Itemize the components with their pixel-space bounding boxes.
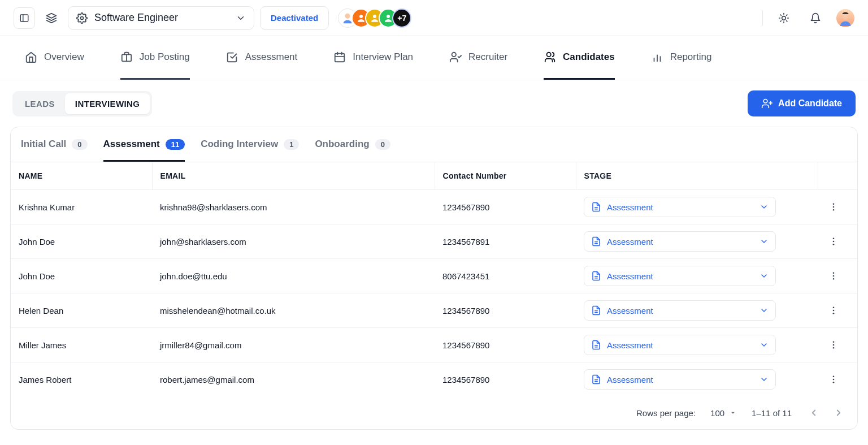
stage-value: Assessment [607, 202, 653, 212]
svg-line-10 [780, 15, 781, 15]
stage-value: Assessment [607, 271, 653, 281]
svg-point-58 [833, 379, 835, 381]
tab-label: Reporting [670, 51, 712, 63]
cell-name: John Doe [11, 224, 152, 259]
table-row: Krishna Kumar krishna98@sharklasers.com … [11, 190, 857, 224]
rows-per-page-select[interactable]: 100 [710, 408, 737, 418]
status-pill[interactable]: Deactivated [260, 6, 329, 30]
tab-overview[interactable]: Overview [25, 36, 84, 80]
cell-email: jrmiller84@gmail.com [152, 328, 435, 362]
tab-job-posting[interactable]: Job Posting [120, 36, 190, 80]
stage-tab-initial-call[interactable]: Initial Call 0 [21, 139, 88, 162]
stage-tab-count: 11 [166, 139, 185, 150]
job-selector[interactable]: Software Engineer [68, 6, 254, 30]
collaborator-avatars[interactable]: +7 [338, 8, 411, 28]
chevron-down-icon [760, 340, 769, 349]
svg-point-38 [833, 241, 835, 243]
row-actions-button[interactable] [826, 337, 841, 353]
svg-point-39 [833, 244, 835, 245]
chevron-down-icon [760, 375, 769, 384]
tab-assessment[interactable]: Assessment [226, 36, 298, 80]
check-square-icon [226, 51, 238, 63]
row-actions-button[interactable] [826, 303, 841, 318]
svg-point-47 [833, 306, 835, 308]
document-icon [591, 374, 601, 384]
tab-label: Overview [44, 51, 84, 63]
stage-select[interactable]: Assessment [584, 335, 776, 355]
svg-point-53 [833, 344, 835, 346]
stage-tab-coding-interview[interactable]: Coding Interview 1 [201, 139, 299, 162]
briefcase-icon [120, 51, 133, 63]
calendar-icon [333, 51, 346, 63]
stage-value: Assessment [607, 375, 653, 384]
notifications-button[interactable] [805, 7, 826, 29]
svg-point-34 [833, 209, 835, 211]
svg-point-37 [833, 237, 835, 239]
stage-select[interactable]: Assessment [584, 197, 776, 217]
pagination-range: 1–11 of 11 [752, 408, 792, 418]
table-row: John Doe john@sharklasers.com 1234567891… [11, 224, 857, 259]
chevron-down-icon [760, 271, 769, 280]
cell-contact: 8067423451 [435, 259, 576, 293]
stage-select[interactable]: Assessment [584, 231, 776, 252]
status-label: Deactivated [271, 13, 318, 23]
tab-recruiter[interactable]: Recruiter [449, 36, 507, 80]
stage-tab-label: Initial Call [21, 139, 66, 150]
svg-point-42 [833, 272, 835, 274]
row-actions-button[interactable] [826, 199, 841, 215]
stage-tab-label: Onboarding [315, 139, 369, 150]
topbar-right [762, 7, 854, 29]
svg-point-44 [833, 278, 835, 280]
theme-toggle-button[interactable] [773, 7, 795, 29]
col-name: NAME [11, 162, 152, 190]
cell-contact: 1234567890 [435, 328, 576, 362]
svg-rect-0 [20, 15, 28, 21]
svg-rect-18 [335, 54, 345, 62]
segment-interviewing[interactable]: INTERVIEWING [65, 93, 150, 114]
segment-leads[interactable]: LEADS [15, 93, 65, 114]
svg-point-48 [833, 310, 835, 312]
stage-select[interactable]: Assessment [584, 369, 776, 390]
next-page-button[interactable] [831, 405, 846, 420]
svg-line-15 [787, 15, 787, 15]
svg-point-49 [833, 313, 835, 314]
svg-point-32 [833, 203, 835, 205]
tab-candidates[interactable]: Candidates [544, 36, 615, 80]
stage-select[interactable]: Assessment [584, 300, 776, 321]
profile-avatar[interactable] [836, 9, 854, 27]
tab-reporting[interactable]: Reporting [651, 36, 712, 80]
leads-interviewing-toggle: LEADS INTERVIEWING [12, 91, 152, 116]
table-row: John Doe john.doe@ttu.edu 8067423451 Ass… [11, 259, 857, 293]
svg-point-2 [81, 16, 84, 19]
svg-point-27 [763, 100, 767, 103]
main-tabs: Overview Job Posting Assessment Intervie… [0, 36, 868, 80]
cell-email: john@sharklasers.com [152, 224, 435, 259]
users-icon [544, 51, 556, 63]
stage-select[interactable]: Assessment [584, 266, 776, 286]
user-plus-icon [761, 98, 772, 109]
svg-marker-1 [47, 13, 57, 18]
layers-icon[interactable] [41, 7, 62, 29]
stage-tab-count: 1 [284, 139, 299, 150]
add-candidate-button[interactable]: Add Candidate [748, 90, 856, 116]
document-icon [591, 202, 601, 212]
svg-point-4 [359, 15, 363, 18]
stage-tab-onboarding[interactable]: Onboarding 0 [315, 139, 390, 162]
prev-page-button[interactable] [806, 405, 821, 420]
col-email: EMAIL [152, 162, 435, 190]
tab-label: Recruiter [468, 51, 507, 63]
stage-value: Assessment [607, 340, 653, 350]
caret-down-icon [729, 409, 737, 417]
cell-name: John Doe [11, 259, 152, 293]
col-stage: STAGE [576, 162, 818, 190]
row-actions-button[interactable] [826, 234, 841, 249]
row-actions-button[interactable] [826, 371, 841, 387]
stage-tab-assessment[interactable]: Assessment 11 [103, 139, 185, 162]
svg-point-43 [833, 275, 835, 277]
svg-point-57 [833, 375, 835, 377]
tab-interview-plan[interactable]: Interview Plan [333, 36, 413, 80]
cell-contact: 1234567890 [435, 362, 576, 397]
user-check-icon [449, 51, 462, 63]
row-actions-button[interactable] [826, 268, 841, 284]
toggle-sidebar-button[interactable] [14, 7, 35, 29]
